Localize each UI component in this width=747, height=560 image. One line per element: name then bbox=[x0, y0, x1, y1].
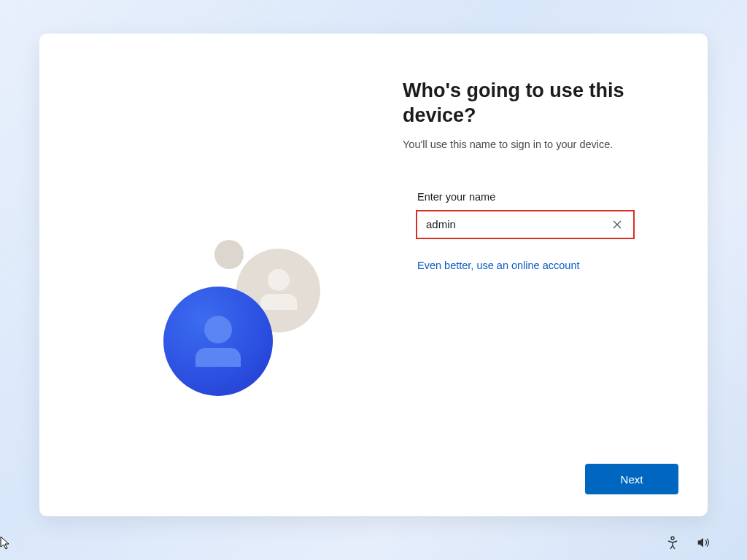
deco-circle-small bbox=[214, 240, 244, 269]
form-pane: Who's going to use this device? You'll u… bbox=[374, 34, 708, 516]
illustration-pane bbox=[39, 34, 374, 516]
name-input[interactable] bbox=[426, 218, 608, 230]
taskbar-tray bbox=[665, 535, 711, 550]
page-subtitle: You'll use this name to sign in to your … bbox=[403, 139, 678, 150]
page-title: Who's going to use this device? bbox=[403, 79, 678, 128]
use-online-account-link[interactable]: Even better, use an online account bbox=[417, 260, 580, 271]
name-input-wrap[interactable] bbox=[416, 210, 635, 239]
svg-point-2 bbox=[671, 537, 674, 540]
clear-input-button[interactable] bbox=[608, 216, 626, 233]
close-icon bbox=[613, 220, 622, 229]
user-illustration bbox=[134, 216, 353, 435]
next-button[interactable]: Next bbox=[585, 464, 678, 494]
setup-window: Who's going to use this device? You'll u… bbox=[39, 34, 708, 516]
avatar-primary bbox=[163, 287, 273, 396]
name-field-label: Enter your name bbox=[417, 191, 678, 203]
accessibility-icon[interactable] bbox=[665, 535, 680, 550]
volume-icon[interactable] bbox=[696, 535, 711, 550]
